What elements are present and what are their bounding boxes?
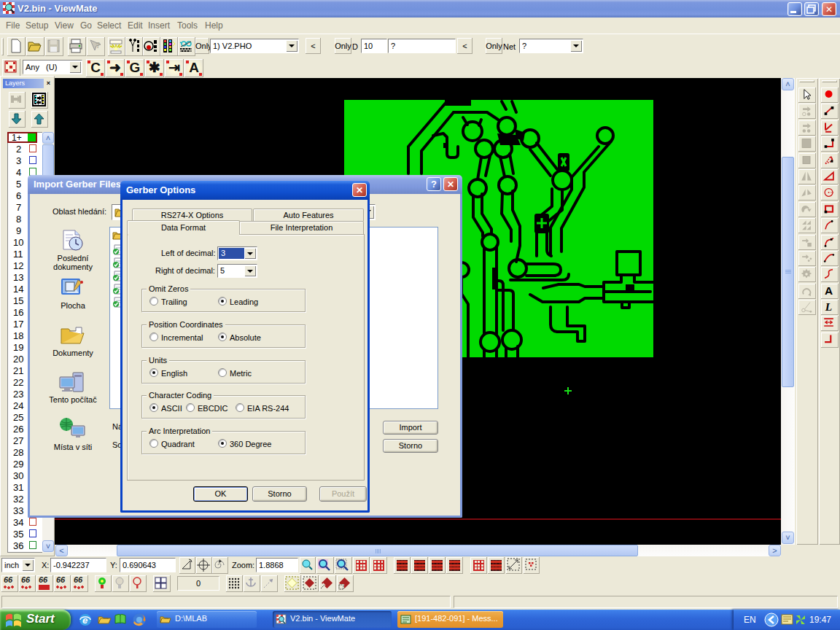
svg-text:L: L [825,300,832,313]
svg-text:?: ? [96,41,101,50]
svg-text:A: A [825,284,833,297]
svg-text:e: e [82,615,88,626]
